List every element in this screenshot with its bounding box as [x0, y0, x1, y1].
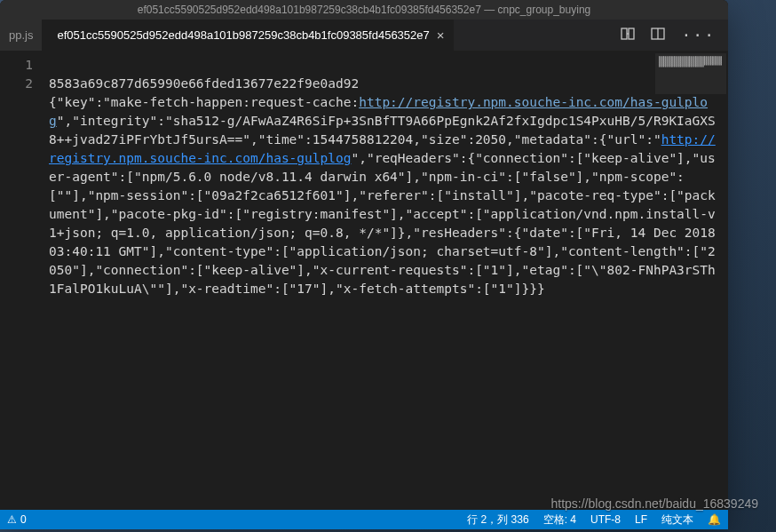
notifications-icon[interactable]: 🔔 [708, 513, 721, 526]
code-text: ","reqHeaders":{"connection":["keep-aliv… [49, 151, 724, 296]
minimap-content: ████████████████████████████████████████… [655, 53, 726, 69]
tab-active-file[interactable]: ef051cc5590525d952edd498a101b987259c38cb… [43, 20, 453, 51]
split-editor-icon[interactable] [651, 27, 665, 44]
tab-label: pp.js [9, 28, 33, 42]
status-indent[interactable]: 空格: 4 [543, 512, 576, 528]
code-text: ","integrity":"sha512-g/AFwAaZ4R6SiFp+3S… [49, 114, 716, 147]
compare-icon[interactable] [621, 27, 635, 44]
more-actions-icon[interactable]: ··· [681, 26, 716, 44]
status-line-col[interactable]: 行 2，列 336 [467, 512, 528, 528]
editor-area[interactable]: 1 2 8583a69c877d65990e66fded13677e22f9e0… [0, 51, 728, 510]
line-number: 2 [0, 75, 33, 93]
svg-rect-0 [622, 28, 627, 39]
status-problems[interactable]: ⚠ 0 [7, 513, 27, 526]
status-count: 0 [20, 513, 27, 526]
code-hash: 8583a69c877d65990e66fded13677e22f9e0ad92 [49, 76, 359, 91]
window-title: ef051cc5590525d952edd498a101b987259c38cb… [138, 4, 590, 16]
svg-rect-1 [629, 28, 634, 39]
status-language[interactable]: 纯文本 [661, 512, 693, 528]
status-encoding[interactable]: UTF-8 [590, 513, 621, 526]
tab-pp-js[interactable]: pp.js [0, 20, 43, 51]
tab-actions: ··· [621, 20, 728, 51]
status-eol[interactable]: LF [635, 513, 647, 526]
minimap[interactable]: ████████████████████████████████████████… [655, 53, 726, 94]
code-text: {"key":"make-fetch-happen:request-cache: [49, 95, 359, 109]
warning-icon: ⚠ [7, 513, 17, 526]
close-icon[interactable]: × [437, 28, 445, 43]
tab-bar: pp.js ef051cc5590525d952edd498a101b98725… [0, 20, 728, 51]
titlebar: ef051cc5590525d952edd498a101b987259c38cb… [0, 0, 728, 20]
editor-window: ef051cc5590525d952edd498a101b987259c38cb… [0, 0, 728, 529]
line-gutter: 1 2 [0, 51, 49, 510]
tab-label: ef051cc5590525d952edd498a101b987259c38cb… [57, 28, 429, 42]
line-number: 1 [0, 56, 33, 75]
status-bar: ⚠ 0 行 2，列 336 空格: 4 UTF-8 LF 纯文本 🔔 [0, 510, 728, 529]
code-content[interactable]: 8583a69c877d65990e66fded13677e22f9e0ad92… [49, 51, 728, 510]
